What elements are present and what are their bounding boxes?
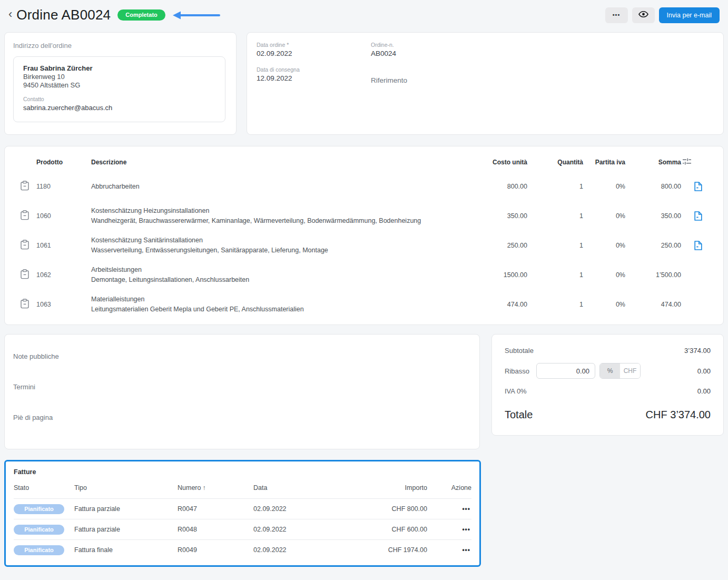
discount-row: Ribasso % CHF 0.00	[505, 360, 711, 381]
invoice-row[interactable]: Pianificato Fattura finale R0049 02.09.2…	[14, 539, 471, 560]
invoice-actions-button[interactable]: •••	[461, 546, 471, 554]
product-subtitle: Demontage, Leitungsinstallationen, Ansch…	[91, 275, 464, 285]
top-bar: ‹ Ordine AB0024 Completato ••• Invia per…	[0, 0, 728, 30]
order-date-value: 02.09.2022	[257, 50, 371, 57]
product-sum: 1’500.00	[625, 271, 681, 279]
product-vat: 0%	[583, 301, 625, 308]
product-qty: 1	[527, 271, 583, 279]
notes-totals-row: Note pubbliche Termini Piè di pagina Sub…	[4, 334, 724, 449]
order-address-card: Indirizzo dell'ordine Frau Sabrina Zürch…	[4, 32, 237, 135]
public-notes-field[interactable]: Note pubbliche	[13, 352, 471, 360]
back-chevron-icon[interactable]: ‹	[7, 8, 16, 22]
page-title: Ordine AB0024	[16, 7, 111, 23]
address-box[interactable]: Frau Sabrina Zürcher Birkenweg 10 9450 A…	[13, 56, 225, 122]
more-icon: •••	[462, 506, 470, 512]
product-row[interactable]: 1063 Materialleistungen Leitungsmaterial…	[13, 290, 715, 319]
send-email-button[interactable]: Invia per e-mail	[659, 7, 720, 23]
product-row[interactable]: 1062 Arbeitsleistungen Demontage, Leitun…	[13, 260, 715, 290]
product-vat: 0%	[583, 271, 625, 279]
invoice-row[interactable]: Pianificato Fattura parziale R0048 02.09…	[14, 519, 471, 539]
clipboard-icon	[21, 240, 29, 252]
more-icon: •••	[462, 526, 470, 533]
product-code: 1180	[36, 183, 91, 190]
product-code: 1061	[36, 242, 91, 249]
invoice-date: 02.09.2022	[253, 546, 364, 554]
vat-value: 0.00	[697, 387, 711, 395]
order-number-label: Ordine-n.	[371, 42, 714, 48]
col-quantity: Quantità	[527, 159, 583, 166]
products-header-row: Prodotto Descrizione Costo unità Quantit…	[13, 153, 715, 172]
invoices-header-row: Stato Tipo Numero↑ Data Importo Azione	[14, 484, 471, 498]
header-actions: ••• Invia per e-mail	[605, 7, 720, 23]
product-title: Kostenschätzung Sanitärinstallationen	[91, 235, 464, 245]
product-subtitle: Wandheizgerät, Brauchwassererwärmer, Kam…	[91, 216, 464, 226]
invoice-date: 02.09.2022	[253, 526, 364, 533]
invoice-actions-button[interactable]: •••	[461, 505, 471, 513]
document-icon[interactable]	[693, 181, 703, 192]
product-unit-cost: 1500.00	[464, 271, 527, 279]
title-group: ‹ Ordine AB0024 Completato	[7, 7, 220, 23]
more-actions-button[interactable]: •••	[605, 7, 628, 23]
product-row[interactable]: 1061 Kostenschätzung Sanitärinstallation…	[13, 231, 715, 260]
contact-email: sabrina.zuercher@abacus.ch	[23, 104, 215, 112]
percent-toggle-button[interactable]: %	[600, 363, 620, 378]
notes-card: Note pubbliche Termini Piè di pagina	[4, 334, 480, 449]
more-icon: •••	[613, 12, 621, 18]
clipboard-icon	[21, 210, 29, 222]
subtotal-row: Subtotale 3’374.00	[505, 341, 711, 360]
order-info-row: Indirizzo dell'ordine Frau Sabrina Zürch…	[4, 32, 724, 135]
product-vat: 0%	[583, 212, 625, 220]
table-settings-button[interactable]	[681, 156, 693, 168]
status-badge: Completato	[117, 9, 165, 21]
invoice-number: R0049	[178, 546, 253, 554]
vat-label: IVA 0%	[505, 387, 527, 395]
invoice-actions-button[interactable]: •••	[461, 525, 471, 534]
order-number-value: AB0024	[371, 50, 714, 57]
discount-unit-toggle: % CHF	[599, 363, 641, 379]
terms-field[interactable]: Termini	[13, 383, 471, 391]
invoice-amount: CHF 600.00	[364, 526, 427, 533]
customer-street: Birkenweg 10	[23, 73, 215, 81]
col-unit-cost: Costo unità	[464, 159, 527, 166]
clipboard-icon	[21, 269, 29, 281]
invoice-status-badge: Pianificato	[14, 504, 64, 514]
document-icon[interactable]	[693, 240, 703, 251]
product-unit-cost: 250.00	[464, 242, 527, 249]
product-qty: 1	[527, 212, 583, 220]
clipboard-icon	[21, 299, 29, 311]
reference-field[interactable]: Riferimento	[371, 66, 714, 84]
delivery-date-value: 12.09.2022	[257, 74, 371, 82]
reference-label: Riferimento	[371, 76, 714, 84]
delivery-date-field[interactable]: Data di consegna 12.09.2022	[257, 66, 371, 84]
customer-city: 9450 Altstätten SG	[23, 81, 215, 90]
col-sum: Somma	[625, 159, 681, 166]
invoice-number: R0047	[178, 505, 253, 513]
total-row: Totale CHF 3’374.00	[505, 402, 711, 427]
contact-label: Contatto	[23, 96, 215, 102]
document-icon[interactable]	[693, 210, 703, 222]
product-subtitle: Leitungsmaterialien Geberit Mepla und Ge…	[91, 304, 464, 314]
discount-input[interactable]	[536, 363, 595, 379]
delivery-date-label: Data di consegna	[257, 66, 371, 73]
order-date-field[interactable]: Data ordine * 02.09.2022	[257, 42, 371, 57]
product-row[interactable]: 1060 Kostenschätzung Heizungsinstallatio…	[13, 201, 715, 231]
address-card-label: Indirizzo dell'ordine	[13, 42, 228, 50]
more-icon: •••	[462, 547, 470, 553]
chf-toggle-button[interactable]: CHF	[620, 363, 640, 378]
col-numero[interactable]: Numero↑	[178, 484, 253, 491]
order-meta-card: Data ordine * 02.09.2022 Ordine-n. AB002…	[247, 32, 724, 135]
total-label: Totale	[505, 409, 533, 421]
product-code: 1062	[36, 271, 91, 279]
invoice-type: Fattura parziale	[74, 526, 178, 533]
product-sum: 474.00	[625, 301, 681, 308]
product-title: Abbrucharbeiten	[91, 182, 464, 192]
footer-field[interactable]: Piè di pagina	[13, 414, 471, 421]
product-code: 1060	[36, 212, 91, 220]
order-date-label: Data ordine *	[257, 42, 371, 48]
preview-button[interactable]	[632, 7, 655, 23]
product-row[interactable]: 1180 Abbrucharbeiten 800.00 1 0% 800.00	[13, 172, 715, 201]
product-sum: 800.00	[625, 183, 681, 190]
col-data: Data	[253, 484, 364, 491]
order-number-field[interactable]: Ordine-n. AB0024	[371, 42, 714, 57]
invoice-row[interactable]: Pianificato Fattura parziale R0047 02.09…	[14, 498, 471, 519]
